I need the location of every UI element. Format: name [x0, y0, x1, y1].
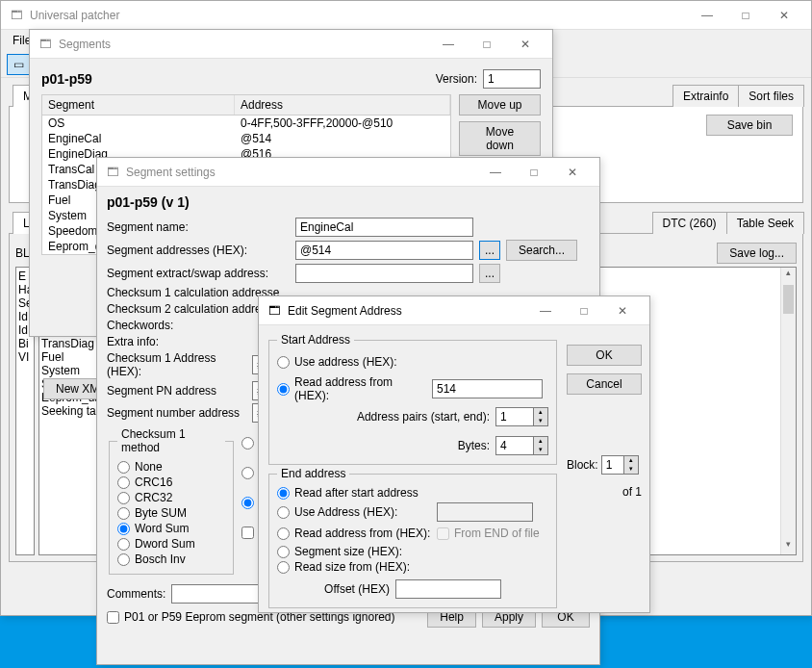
end-legend: End address [277, 467, 349, 480]
radio-wordsum[interactable]: Word Sum [117, 522, 225, 535]
version-input[interactable] [483, 69, 541, 89]
cs1method-legend: Checksum 1 method [117, 427, 225, 454]
radio-seg-size[interactable]: Segment size (HEX): [277, 545, 548, 558]
editaddr-titlebar[interactable]: 🗔 Edit Segment Address — □ ✕ [259, 296, 649, 325]
settings-icon: 🗔 [105, 165, 120, 180]
radio-bytesum[interactable]: Byte SUM [117, 506, 225, 520]
extra-radio-3[interactable] [241, 497, 254, 509]
minimize-icon[interactable]: — [429, 31, 468, 58]
grid-header: Segment Address [42, 95, 450, 116]
extra-check[interactable] [241, 527, 254, 539]
bytes-spinner[interactable]: ▴▾ [495, 436, 548, 455]
cancel-button[interactable]: Cancel [567, 373, 642, 395]
cs1addr-label: Checksum 1 Address (HEX): [107, 351, 246, 378]
editaddr-title: Edit Segment Address [288, 304, 526, 318]
list-item: VI [18, 350, 32, 364]
settings-title: Segment settings [126, 166, 476, 179]
radio-boschinv[interactable]: Bosch Inv [117, 552, 225, 566]
maximize-icon[interactable]: □ [726, 2, 765, 29]
main-title: Universal patcher [30, 9, 688, 22]
version-label: Version: [436, 72, 477, 86]
move-down-button[interactable]: Move down [459, 121, 541, 156]
comments-label: Comments: [107, 587, 165, 601]
of-label: of 1 [567, 485, 642, 499]
tab-sortfiles[interactable]: Sort files [738, 85, 804, 107]
tab-tableseek[interactable]: Table Seek [726, 212, 804, 234]
table-row[interactable]: OS0-4FF,500-3FFF,20000-@510 [42, 116, 450, 131]
col-address[interactable]: Address [235, 95, 450, 115]
close-icon[interactable]: ✕ [553, 159, 592, 186]
radio-crc32[interactable]: CRC32 [117, 491, 225, 504]
from-end-check: From END of file [437, 527, 540, 540]
search-button[interactable]: Search... [506, 240, 577, 261]
browse-button-2[interactable]: ... [479, 264, 500, 283]
scrollbar[interactable]: ▴ ▾ [780, 268, 796, 554]
extract-label: Segment extract/swap address: [107, 267, 290, 280]
pairs-label: Address pairs (start, end): [357, 410, 490, 424]
numaddr-label: Segment number address [107, 406, 246, 420]
start-group: Start Address Use address (HEX): Read ad… [268, 333, 557, 465]
tab-extrainfo[interactable]: Extrainfo [672, 85, 739, 107]
extra-radio-2[interactable] [241, 467, 254, 479]
editaddr-icon: 🗔 [266, 303, 282, 319]
segments-icon: 🗔 [38, 37, 53, 52]
main-titlebar[interactable]: 🗔 Universal patcher — □ ✕ [1, 1, 811, 30]
radio-crc16[interactable]: CRC16 [117, 475, 225, 489]
list-item: Bi [18, 337, 32, 350]
minimize-icon[interactable]: — [476, 159, 515, 186]
segments-title: Segments [59, 38, 429, 51]
radio-dwordsum[interactable]: Dword Sum [117, 537, 225, 551]
addr-input[interactable] [295, 241, 473, 260]
block-label: Block: [567, 458, 598, 472]
table-row[interactable]: EngineCal@514 [42, 131, 450, 146]
end-useaddr-input [437, 502, 533, 522]
save-log-button[interactable]: Save log... [717, 243, 797, 264]
save-bin-button[interactable]: Save bin [706, 115, 793, 136]
name-label: Segment name: [107, 220, 290, 234]
browse-button[interactable]: ... [479, 241, 500, 260]
block-spinner[interactable]: ▴▾ [601, 455, 639, 475]
radio-use-addr[interactable]: Use address (HEX): [277, 355, 426, 369]
extract-input[interactable] [295, 264, 473, 283]
radio-end-read-from[interactable]: Read address from (HEX): [277, 527, 431, 540]
radio-read-after[interactable]: Read after start address [277, 486, 548, 500]
name-input[interactable] [295, 218, 473, 237]
readfrom-input[interactable] [432, 379, 543, 398]
app-icon: 🗔 [9, 8, 24, 23]
maximize-icon[interactable]: □ [565, 297, 603, 324]
tab-dtc[interactable]: DTC (260) [652, 212, 727, 234]
radio-none[interactable]: None [117, 460, 225, 474]
move-up-button[interactable]: Move up [459, 94, 541, 116]
pairs-spinner[interactable]: ▴▾ [495, 407, 548, 426]
cs1method-group: Checksum 1 method None CRC16 CRC32 Byte … [109, 427, 234, 575]
bytes-label: Bytes: [458, 439, 490, 452]
maximize-icon[interactable]: □ [515, 159, 553, 186]
pnaddr-label: Segment PN address [107, 384, 246, 398]
close-icon[interactable]: ✕ [603, 297, 642, 324]
radio-read-size[interactable]: Read size from (HEX): [277, 560, 548, 574]
close-icon[interactable]: ✕ [765, 2, 803, 29]
toolbar-button[interactable]: ▭ [7, 54, 30, 75]
segments-heading: p01-p59 [41, 71, 92, 87]
extra-radio-1[interactable] [241, 437, 254, 450]
radio-end-use-addr[interactable]: Use Address (HEX): [277, 505, 431, 519]
minimize-icon[interactable]: — [688, 2, 726, 29]
segments-titlebar[interactable]: 🗔 Segments — □ ✕ [30, 30, 552, 59]
settings-titlebar[interactable]: 🗔 Segment settings — □ ✕ [97, 158, 599, 187]
addr-label: Segment addresses (HEX): [107, 244, 290, 257]
editaddr-window: 🗔 Edit Segment Address — □ ✕ Start Addre… [258, 295, 650, 613]
ok-button[interactable]: OK [567, 345, 642, 366]
offset-label: Offset (HEX) [324, 582, 390, 596]
bl-label: BL [15, 246, 30, 260]
close-icon[interactable]: ✕ [506, 31, 545, 58]
col-segment[interactable]: Segment [42, 95, 235, 115]
maximize-icon[interactable]: □ [468, 31, 506, 58]
settings-heading: p01-p59 (v 1) [107, 194, 190, 210]
offset-input[interactable] [395, 579, 501, 599]
end-group: End address Read after start address Use… [268, 467, 557, 608]
start-legend: Start Address [277, 333, 354, 347]
minimize-icon[interactable]: — [526, 297, 565, 324]
radio-read-from[interactable]: Read address from (HEX): [277, 375, 426, 402]
